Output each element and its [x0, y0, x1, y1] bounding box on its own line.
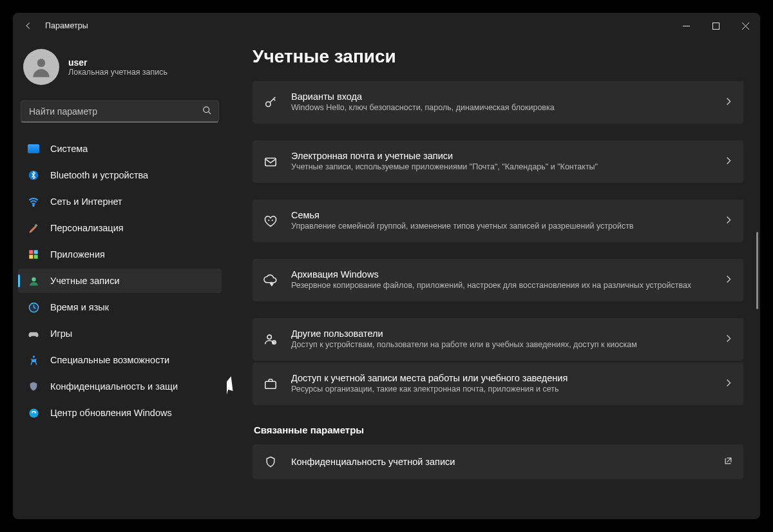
scrollbar[interactable]: [754, 39, 759, 519]
card-subtitle: Windows Hello, ключ безопасности, пароль…: [291, 102, 712, 113]
chevron-right-icon: [723, 274, 733, 287]
chevron-right-icon: [723, 378, 733, 390]
time-icon: [27, 301, 40, 314]
card-family[interactable]: Семья Управление семейной группой, измен…: [253, 200, 743, 242]
search-box[interactable]: [21, 100, 219, 122]
privacy-icon: [27, 380, 40, 393]
card-account-privacy[interactable]: Конфиденциальность учетной записи: [253, 444, 743, 479]
wifi-icon: [27, 195, 40, 208]
window-controls: [671, 13, 760, 39]
sidebar-item-system[interactable]: Система: [18, 137, 222, 161]
svg-rect-10: [34, 255, 38, 259]
related-heading: Связанные параметры: [254, 424, 743, 435]
svg-point-13: [29, 303, 38, 312]
gaming-icon: [27, 327, 40, 340]
avatar: [23, 49, 59, 85]
card-email-accounts[interactable]: Электронная почта и учетные записи Учетн…: [253, 140, 743, 183]
sidebar-item-label: Сеть и Интернет: [50, 196, 122, 207]
svg-rect-9: [29, 255, 33, 259]
search-input[interactable]: [28, 106, 202, 117]
card-subtitle: Доступ к устройствам, пользователи на ра…: [291, 339, 712, 350]
card-title: Электронная почта и учетные записи: [291, 151, 712, 161]
accessibility-icon: [27, 354, 40, 366]
nav: Система Bluetooth и устройства Сеть и Ин…: [18, 137, 222, 425]
card-title: Другие пользователи: [291, 328, 712, 339]
apps-icon: [27, 248, 40, 261]
card-title: Доступ к учетной записи места работы или…: [291, 373, 712, 383]
sidebar-item-label: Игры: [50, 328, 72, 339]
sidebar-item-accessibility[interactable]: Специальные возможности: [18, 348, 222, 372]
minimize-button[interactable]: [671, 13, 701, 39]
main-content: Учетные записи Варианты входа Windows He…: [227, 39, 760, 519]
card-title: Конфиденциальность учетной записи: [291, 457, 712, 467]
card-subtitle: Ресурсы организации, такие как электронн…: [291, 384, 712, 395]
accounts-icon: [27, 274, 40, 287]
system-icon: [27, 142, 40, 155]
maximize-button[interactable]: [701, 13, 730, 39]
sidebar-item-label: Персонализация: [50, 223, 124, 233]
sidebar-item-accounts[interactable]: Учетные записи: [18, 269, 222, 293]
svg-point-16: [266, 102, 271, 106]
card-title: Варианты входа: [291, 91, 712, 102]
family-icon: [262, 212, 280, 230]
svg-point-5: [33, 205, 34, 206]
sidebar-item-label: Приложения: [50, 249, 105, 260]
chevron-right-icon: [723, 97, 733, 109]
sidebar-item-update[interactable]: Центр обновления Windows: [18, 401, 222, 425]
chevron-right-icon: [723, 156, 733, 168]
svg-rect-0: [683, 26, 690, 26]
bluetooth-icon: [27, 169, 40, 182]
work-icon: [262, 375, 280, 393]
svg-rect-7: [29, 250, 33, 254]
close-button[interactable]: [730, 13, 760, 39]
mail-icon: [262, 153, 280, 171]
card-windows-backup[interactable]: Архивация Windows Резервное копирование …: [253, 259, 743, 301]
sidebar-item-network[interactable]: Сеть и Интернет: [18, 189, 222, 214]
sidebar-item-bluetooth[interactable]: Bluetooth и устройства: [18, 163, 222, 187]
other-users-icon: [262, 330, 280, 348]
card-subtitle: Резервное копирование файлов, приложений…: [291, 280, 712, 291]
svg-point-19: [272, 220, 273, 221]
search-icon: [202, 106, 212, 118]
user-block[interactable]: user Локальная учетная запись: [18, 39, 222, 100]
titlebar: Параметры: [13, 13, 760, 39]
card-title: Семья: [291, 210, 712, 220]
svg-rect-22: [265, 381, 276, 388]
page-title: Учетные записи: [253, 46, 743, 67]
back-button[interactable]: [23, 21, 33, 31]
sidebar-item-label: Центр обновления Windows: [50, 408, 172, 418]
svg-point-11: [32, 277, 35, 281]
svg-point-20: [267, 335, 271, 339]
svg-point-18: [268, 220, 269, 221]
svg-rect-1: [712, 23, 719, 29]
svg-point-14: [32, 356, 34, 357]
card-other-users[interactable]: Другие пользователи Доступ к устройствам…: [253, 318, 743, 361]
card-subtitle: Управление семейной группой, изменение т…: [291, 221, 712, 232]
sidebar: user Локальная учетная запись Система Bl…: [13, 39, 227, 519]
card-subtitle: Учетные записи, используемые приложениям…: [291, 162, 712, 173]
settings-window: Параметры user Локальная учетная з: [13, 13, 760, 519]
card-sign-in-options[interactable]: Варианты входа Windows Hello, ключ безоп…: [253, 81, 743, 124]
svg-point-15: [29, 408, 38, 417]
sidebar-item-gaming[interactable]: Игры: [18, 321, 222, 346]
chevron-right-icon: [723, 215, 733, 227]
privacy-shield-icon: [262, 453, 280, 471]
key-icon: [262, 93, 280, 111]
svg-point-3: [204, 106, 209, 112]
sidebar-item-time[interactable]: Время и язык: [18, 295, 222, 319]
sidebar-item-privacy[interactable]: Конфиденциальность и защи: [18, 374, 222, 399]
scroll-thumb[interactable]: [756, 232, 758, 309]
card-work-school[interactable]: Доступ к учетной записи места работы или…: [253, 363, 743, 405]
sidebar-item-apps[interactable]: Приложения: [18, 242, 222, 267]
sidebar-item-label: Учетные записи: [50, 276, 120, 286]
svg-rect-8: [34, 250, 38, 254]
open-external-icon: [723, 456, 733, 468]
sidebar-item-label: Конфиденциальность и защи: [50, 381, 178, 392]
personalize-icon: [27, 222, 40, 234]
sidebar-item-label: Время и язык: [50, 302, 109, 312]
card-title: Архивация Windows: [291, 269, 712, 280]
window-title: Параметры: [45, 21, 88, 30]
svg-point-2: [37, 59, 46, 67]
sidebar-item-personalization[interactable]: Персонализация: [18, 216, 222, 240]
user-name: user: [68, 57, 167, 68]
